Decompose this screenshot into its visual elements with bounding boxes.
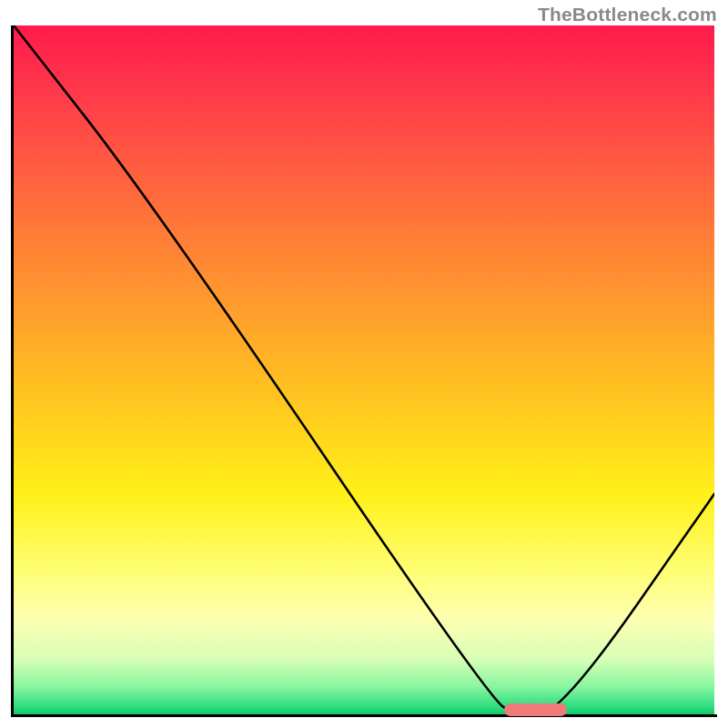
chart-line-curve [14, 25, 714, 714]
watermark-text: TheBottleneck.com [538, 4, 717, 25]
optimal-range-marker [504, 703, 567, 716]
